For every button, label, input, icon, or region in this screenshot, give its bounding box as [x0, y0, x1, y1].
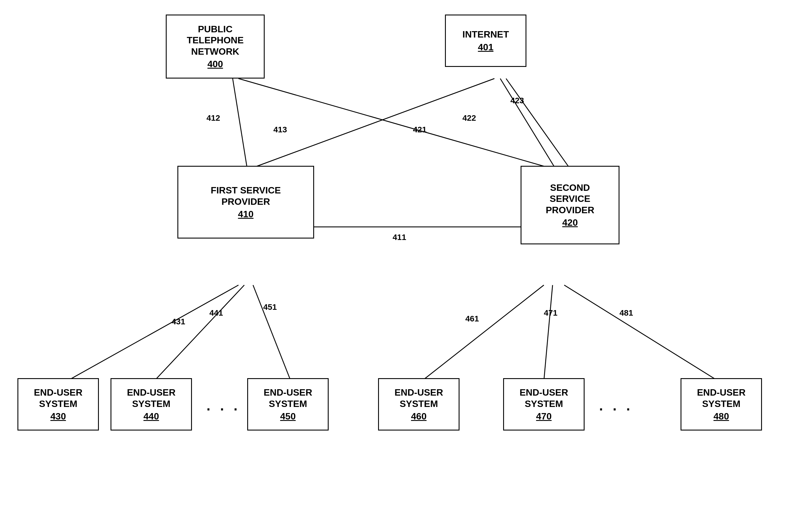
eu460-id: 460	[411, 411, 426, 422]
ptn-node: PUBLICTELEPHONENETWORK 400	[166, 15, 265, 79]
label-461: 461	[465, 314, 479, 323]
eu430-id: 430	[50, 411, 66, 422]
fsp-id: 410	[238, 209, 253, 220]
eu460-label: END-USERSYSTEM	[395, 387, 443, 409]
dots-right: · · ·	[599, 401, 633, 418]
svg-line-0	[233, 79, 247, 169]
eu430-node: END-USERSYSTEM 430	[18, 378, 99, 430]
diagram: PUBLICTELEPHONENETWORK 400 INTERNET 401 …	[0, 0, 812, 514]
ssp-node: SECONDSERVICEPROVIDER 420	[521, 166, 619, 244]
label-471: 471	[544, 308, 557, 318]
svg-line-4	[506, 79, 570, 169]
fsp-node: FIRST SERVICEPROVIDER 410	[177, 166, 314, 238]
eu480-node: END-USERSYSTEM 480	[680, 378, 762, 430]
label-413: 413	[273, 125, 287, 134]
eu440-id: 440	[143, 411, 159, 422]
svg-line-6	[67, 285, 238, 381]
svg-line-10	[544, 285, 553, 381]
svg-line-2	[250, 79, 494, 169]
svg-line-9	[422, 285, 544, 381]
ssp-label: SECONDSERVICEPROVIDER	[546, 182, 594, 216]
eu450-node: END-USERSYSTEM 450	[247, 378, 329, 430]
internet-label: INTERNET	[462, 29, 509, 40]
label-411: 411	[393, 233, 406, 242]
ptn-label: PUBLICTELEPHONENETWORK	[187, 24, 244, 57]
label-431: 431	[172, 317, 185, 326]
svg-line-3	[500, 79, 555, 169]
connection-lines	[0, 0, 812, 514]
eu470-id: 470	[536, 411, 551, 422]
fsp-label: FIRST SERVICEPROVIDER	[210, 185, 281, 207]
eu480-label: END-USERSYSTEM	[697, 387, 745, 409]
eu470-node: END-USERSYSTEM 470	[503, 378, 585, 430]
eu480-id: 480	[714, 411, 729, 422]
svg-line-1	[238, 79, 553, 169]
label-421: 421	[413, 125, 427, 134]
eu440-node: END-USERSYSTEM 440	[111, 378, 192, 430]
ssp-id: 420	[562, 217, 578, 228]
label-412: 412	[206, 113, 220, 123]
svg-line-11	[564, 285, 718, 381]
eu440-label: END-USERSYSTEM	[127, 387, 175, 409]
eu470-label: END-USERSYSTEM	[519, 387, 568, 409]
label-441: 441	[209, 308, 223, 318]
eu450-label: END-USERSYSTEM	[263, 387, 312, 409]
ptn-id: 400	[207, 59, 223, 69]
label-481: 481	[619, 308, 633, 318]
svg-line-7	[154, 285, 244, 381]
eu430-label: END-USERSYSTEM	[34, 387, 82, 409]
label-451: 451	[263, 303, 277, 312]
internet-node: INTERNET 401	[445, 15, 526, 67]
internet-id: 401	[478, 42, 493, 53]
dots-left: · · ·	[206, 401, 240, 418]
label-422: 422	[462, 113, 476, 123]
eu450-id: 450	[280, 411, 295, 422]
label-423: 423	[511, 96, 524, 105]
svg-line-8	[253, 285, 291, 381]
eu460-node: END-USERSYSTEM 460	[378, 378, 460, 430]
